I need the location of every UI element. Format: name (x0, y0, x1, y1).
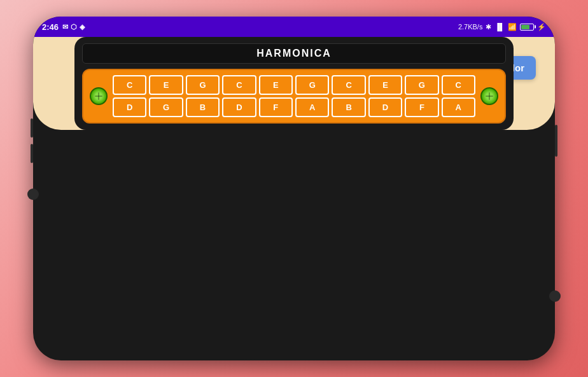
key-f1[interactable]: F (259, 97, 293, 117)
harmonica-body: C E G C E G C E G C D G B D (82, 69, 506, 124)
status-right: 2.7KB/s ✱ ▐▌ 📶 ⚡ (458, 23, 546, 31)
status-bar: 2:46 ✉ ⬡ ◈ 2.7KB/s ✱ ▐▌ 📶 ⚡ (33, 17, 555, 37)
key-a2[interactable]: A (442, 97, 475, 117)
key-c1[interactable]: C (113, 75, 146, 95)
charging-icon: ⚡ (537, 23, 546, 31)
time-display: 2:46 (42, 22, 59, 32)
harmonica-instrument: HARMONICA C E G C E G C E G C (74, 37, 514, 130)
power-button[interactable] (555, 125, 557, 157)
key-g2[interactable]: G (295, 75, 329, 95)
bluetooth-icon: ✱ (486, 23, 491, 31)
harmonica-title: HARMONICA (82, 43, 506, 64)
key-d2[interactable]: D (222, 97, 256, 117)
phone-frame: 2:46 ✉ ⬡ ◈ 2.7KB/s ✱ ▐▌ 📶 ⚡ Choose Colo (33, 17, 555, 360)
keys-grid: C E G C E G C E G C D G B D (113, 75, 475, 117)
wifi-icon: 📶 (508, 23, 517, 31)
notification-icon: ◈ (80, 23, 85, 31)
key-b1[interactable]: B (186, 97, 220, 117)
status-left: 2:46 ✉ ⬡ ◈ (42, 22, 85, 32)
key-c4[interactable]: C (442, 75, 475, 95)
key-d3[interactable]: D (368, 97, 402, 117)
key-g1[interactable]: G (186, 75, 220, 95)
key-e1[interactable]: E (149, 75, 183, 95)
key-g4[interactable]: G (149, 97, 183, 117)
battery-fill (521, 25, 529, 29)
key-e3[interactable]: E (368, 75, 402, 95)
key-f2[interactable]: F (405, 97, 438, 117)
battery-indicator (520, 24, 534, 31)
email-icon: ✉ (62, 23, 68, 31)
screen-content: Choose Color HARMONICA C E G C E G C (33, 37, 555, 130)
status-icons: ✉ ⬡ ◈ (62, 23, 85, 31)
screw-left (90, 87, 108, 105)
key-c2[interactable]: C (222, 75, 256, 95)
signal-icon: ▐▌ (494, 23, 505, 31)
instagram-icon: ⬡ (71, 23, 77, 31)
key-b2[interactable]: B (332, 97, 365, 117)
network-speed: 2.7KB/s (458, 23, 483, 31)
key-e2[interactable]: E (259, 75, 293, 95)
key-g3[interactable]: G (405, 75, 438, 95)
screw-right (480, 87, 498, 105)
key-c3[interactable]: C (332, 75, 365, 95)
key-a1[interactable]: A (295, 97, 329, 117)
key-d1[interactable]: D (113, 97, 146, 117)
